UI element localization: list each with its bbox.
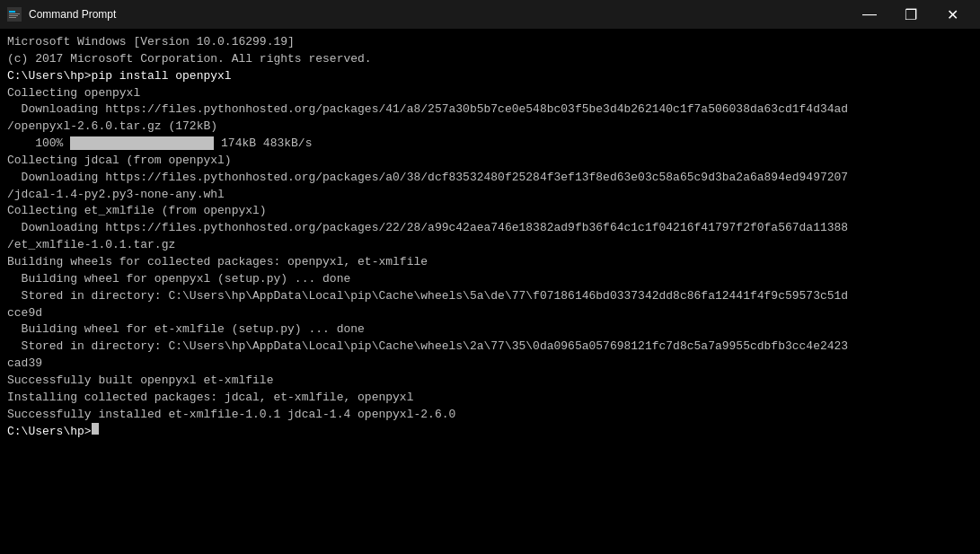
svg-rect-2 <box>9 13 20 14</box>
svg-rect-1 <box>9 11 15 13</box>
terminal-line: /jdcal-1.4-py2.py3-none-any.whl <box>7 187 973 204</box>
terminal-line: Building wheel for openpyxl (setup.py) .… <box>7 271 973 288</box>
terminal-line: /et_xmlfile-1.0.1.tar.gz <box>7 237 973 254</box>
terminal-line: Stored in directory: C:\Users\hp\AppData… <box>7 288 973 305</box>
terminal-line: cad39 <box>7 356 973 373</box>
title-bar: Command Prompt — ❐ ✕ <box>0 0 980 29</box>
cursor <box>92 423 99 435</box>
minimize-button[interactable]: — <box>849 0 890 29</box>
close-button[interactable]: ✕ <box>931 0 973 29</box>
terminal-line: Building wheel for et-xmlfile (setup.py)… <box>7 321 973 339</box>
terminal-line: Downloading https://files.pythonhosted.o… <box>7 170 973 187</box>
terminal-line: 100% 174kB 483kB/s <box>7 136 973 153</box>
terminal-line: Building wheels for collected packages: … <box>7 254 973 271</box>
window-controls: — ❐ ✕ <box>849 0 973 29</box>
terminal-line: Stored in directory: C:\Users\hp\AppData… <box>7 339 973 356</box>
terminal-line: Collecting openpyxl <box>7 85 973 102</box>
terminal-line: Installing collected packages: jdcal, et… <box>7 390 973 407</box>
svg-rect-4 <box>9 17 16 18</box>
cmd-icon <box>7 7 22 22</box>
restore-button[interactable]: ❐ <box>890 0 931 29</box>
terminal-body[interactable]: Microsoft Windows [Version 10.0.16299.19… <box>0 29 980 554</box>
cmd-window: Command Prompt — ❐ ✕ Microsoft Windows [… <box>0 0 980 554</box>
terminal-line: C:\Users\hp> <box>7 423 973 441</box>
terminal-line: Successfully built openpyxl et-xmlfile <box>7 373 973 390</box>
terminal-line: /openpyxl-2.6.0.tar.gz (172kB) <box>7 119 973 136</box>
terminal-line: Downloading https://files.pythonhosted.o… <box>7 101 973 119</box>
terminal-line: (c) 2017 Microsoft Corporation. All righ… <box>7 51 973 68</box>
title-bar-left: Command Prompt <box>7 7 116 22</box>
terminal-line: cce9d <box>7 305 973 322</box>
terminal-line: Successfully installed et-xmlfile-1.0.1 … <box>7 407 973 424</box>
terminal-line: Microsoft Windows [Version 10.0.16299.19… <box>7 34 973 51</box>
terminal-line: Collecting jdcal (from openpyxl) <box>7 153 973 170</box>
terminal-line: Collecting et_xmlfile (from openpyxl) <box>7 203 973 220</box>
window-title: Command Prompt <box>29 8 116 21</box>
svg-rect-3 <box>9 15 18 16</box>
terminal-line: C:\Users\hp>pip install openpyxl <box>7 68 973 85</box>
terminal-line: Downloading https://files.pythonhosted.o… <box>7 220 973 237</box>
